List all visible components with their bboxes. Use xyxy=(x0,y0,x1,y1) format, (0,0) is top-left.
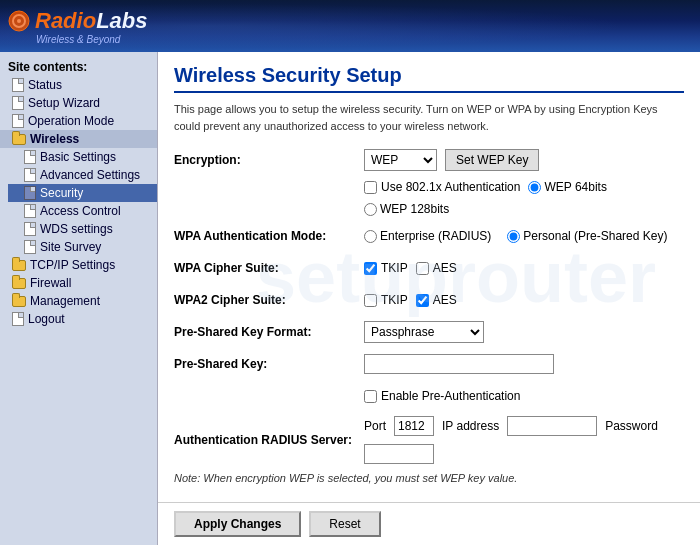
wep-128bits-label[interactable]: WEP 128bits xyxy=(364,202,449,216)
sidebar-item-access-control[interactable]: Access Control xyxy=(8,202,157,220)
logo-icon xyxy=(8,10,30,32)
sidebar-item-security[interactable]: Security xyxy=(8,184,157,202)
8021x-controls: Use 802.1x Authentication WEP 64bits WEP… xyxy=(364,180,684,216)
pre-shared-key-label: Pre-Shared Key: xyxy=(174,357,364,371)
folder-icon xyxy=(12,260,26,271)
personal-radio[interactable] xyxy=(507,230,520,243)
sidebar-item-logout[interactable]: Logout xyxy=(0,310,157,328)
sidebar-item-firewall[interactable]: Firewall xyxy=(0,274,157,292)
sidebar-item-label: WDS settings xyxy=(40,222,113,236)
sidebar-item-label: Basic Settings xyxy=(40,150,116,164)
port-input[interactable] xyxy=(394,416,434,436)
sidebar-item-status[interactable]: Status xyxy=(0,76,157,94)
password-label: Password xyxy=(605,419,658,433)
svg-point-2 xyxy=(17,19,21,23)
sidebar-item-management[interactable]: Management xyxy=(0,292,157,310)
sidebar-item-basic-settings[interactable]: Basic Settings xyxy=(8,148,157,166)
doc-icon xyxy=(24,204,36,218)
logo-text: RadioLabs xyxy=(35,8,147,34)
enable-pre-auth-row: Enable Pre-Authentication xyxy=(174,384,684,408)
set-wep-key-button[interactable]: Set WEP Key xyxy=(445,149,539,171)
enterprise-label[interactable]: Enterprise (RADIUS) xyxy=(364,229,491,243)
ip-label: IP address xyxy=(442,419,499,433)
sidebar-item-label: Security xyxy=(40,186,83,200)
header: RadioLabs Wireless & Beyond xyxy=(0,0,700,52)
passphrase-select[interactable]: Passphrase Hex xyxy=(364,321,484,343)
aes-label[interactable]: AES xyxy=(416,261,457,275)
tkip-checkbox[interactable] xyxy=(364,262,377,275)
page-description: This page allows you to setup the wirele… xyxy=(174,101,684,134)
wpa-auth-label: WPA Authentication Mode: xyxy=(174,229,364,243)
sidebar-item-label: TCP/IP Settings xyxy=(30,258,115,272)
sidebar-item-label: Status xyxy=(28,78,62,92)
password-input[interactable] xyxy=(364,444,434,464)
8021x-text: Use 802.1x Authentication xyxy=(381,180,520,194)
sidebar-item-tcpip[interactable]: TCP/IP Settings xyxy=(0,256,157,274)
doc-icon xyxy=(12,78,24,92)
svg-point-0 xyxy=(9,11,29,31)
wpa-cipher-controls: TKIP AES xyxy=(364,261,457,275)
wep-128bits-radio[interactable] xyxy=(364,203,377,216)
wep-64bits-radio[interactable] xyxy=(528,181,541,194)
doc-icon xyxy=(24,168,36,182)
enable-pre-auth-controls: Enable Pre-Authentication xyxy=(364,389,520,403)
enable-pre-auth-label[interactable]: Enable Pre-Authentication xyxy=(364,389,520,403)
tkip2-text: TKIP xyxy=(381,293,408,307)
encryption-label: Encryption: xyxy=(174,153,364,167)
pre-shared-key-input[interactable] xyxy=(364,354,554,374)
note-text: Note: When encryption WEP is selected, y… xyxy=(174,472,684,484)
doc-icon xyxy=(24,186,36,200)
sidebar-item-label: Access Control xyxy=(40,204,121,218)
pre-shared-key-format-row: Pre-Shared Key Format: Passphrase Hex xyxy=(174,320,684,344)
personal-label[interactable]: Personal (Pre-Shared Key) xyxy=(507,229,667,243)
enterprise-radio[interactable] xyxy=(364,230,377,243)
aes-checkbox[interactable] xyxy=(416,262,429,275)
apply-changes-button[interactable]: Apply Changes xyxy=(174,511,301,537)
sidebar-item-label: Firewall xyxy=(30,276,71,290)
doc-icon xyxy=(12,114,24,128)
tkip-label[interactable]: TKIP xyxy=(364,261,408,275)
sidebar-item-advanced-settings[interactable]: Advanced Settings xyxy=(8,166,157,184)
sidebar-item-wds-settings[interactable]: WDS settings xyxy=(8,220,157,238)
encryption-select[interactable]: WEP WPA WPA2 Disabled xyxy=(364,149,437,171)
tkip2-label[interactable]: TKIP xyxy=(364,293,408,307)
radius-server-label: Authentication RADIUS Server: xyxy=(174,433,364,447)
tkip2-checkbox[interactable] xyxy=(364,294,377,307)
encryption-controls: WEP WPA WPA2 Disabled Set WEP Key xyxy=(364,149,539,171)
sidebar-item-label: Wireless xyxy=(30,132,79,146)
logo-subtitle: Wireless & Beyond xyxy=(8,34,147,45)
aes2-checkbox[interactable] xyxy=(416,294,429,307)
radius-server-row: Authentication RADIUS Server: Port IP ad… xyxy=(174,416,684,464)
ip-address-input[interactable] xyxy=(507,416,597,436)
reset-button[interactable]: Reset xyxy=(309,511,380,537)
folder-icon xyxy=(12,278,26,289)
doc-icon xyxy=(24,240,36,254)
pre-shared-key-format-label: Pre-Shared Key Format: xyxy=(174,325,364,339)
wpa-auth-row: WPA Authentication Mode: Enterprise (RAD… xyxy=(174,224,684,248)
8021x-row: Use 802.1x Authentication WEP 64bits WEP… xyxy=(174,180,684,216)
doc-icon xyxy=(24,222,36,236)
wep-128bits-text: WEP 128bits xyxy=(380,202,449,216)
wep-64bits-text: WEP 64bits xyxy=(544,180,606,194)
aes2-label[interactable]: AES xyxy=(416,293,457,307)
wep-64bits-label[interactable]: WEP 64bits xyxy=(528,180,606,194)
sidebar-title: Site contents: xyxy=(0,56,157,76)
8021x-checkbox-label[interactable]: Use 802.1x Authentication xyxy=(364,180,520,194)
wpa2-cipher-label: WPA2 Cipher Suite: xyxy=(174,293,364,307)
enable-pre-auth-text: Enable Pre-Authentication xyxy=(381,389,520,403)
enterprise-text: Enterprise (RADIUS) xyxy=(380,229,491,243)
logo-brand: Radio xyxy=(35,8,96,33)
svg-point-1 xyxy=(13,15,25,27)
8021x-checkbox[interactable] xyxy=(364,181,377,194)
bottom-bar: Apply Changes Reset xyxy=(158,502,700,545)
sidebar-item-site-survey[interactable]: Site Survey xyxy=(8,238,157,256)
pre-shared-key-format-controls: Passphrase Hex xyxy=(364,321,484,343)
enable-pre-auth-checkbox[interactable] xyxy=(364,390,377,403)
sidebar-item-wireless[interactable]: Wireless xyxy=(0,130,157,148)
sidebar-item-setup-wizard[interactable]: Setup Wizard xyxy=(0,94,157,112)
wpa2-cipher-row: WPA2 Cipher Suite: TKIP AES xyxy=(174,288,684,312)
personal-text: Personal (Pre-Shared Key) xyxy=(523,229,667,243)
sidebar-item-label: Setup Wizard xyxy=(28,96,100,110)
sidebar-item-operation-mode[interactable]: Operation Mode xyxy=(0,112,157,130)
doc-icon xyxy=(12,312,24,326)
